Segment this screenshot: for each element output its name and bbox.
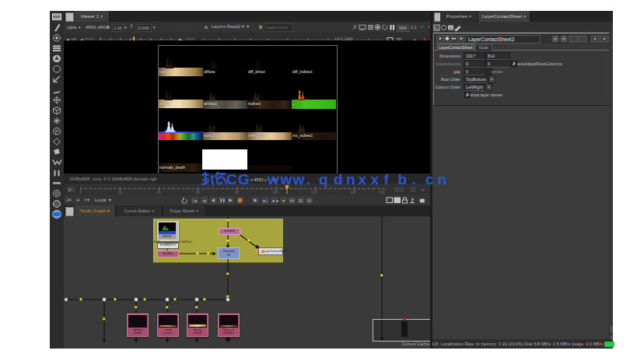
svg-text:0: 0 <box>80 191 82 195</box>
svg-text:IN: IN <box>435 26 439 30</box>
svg-text:63: 63 <box>420 198 425 203</box>
svg-text:160: 160 <box>379 191 385 195</box>
svg-text:64: 64 <box>290 198 295 203</box>
svg-text:►►: ►► <box>272 198 280 203</box>
svg-text:140: 140 <box>350 191 356 195</box>
svg-text:120: 120 <box>311 191 317 195</box>
svg-text:100: 100 <box>272 191 278 195</box>
svg-text:40: 40 <box>157 191 162 195</box>
svg-text:16: 16 <box>307 198 312 203</box>
svg-text:60: 60 <box>196 191 201 195</box>
svg-text:P: P <box>55 129 59 135</box>
svg-text:20: 20 <box>118 191 123 195</box>
svg-text:32: 32 <box>299 198 303 203</box>
svg-text:80: 80 <box>235 191 240 195</box>
svg-text:►|: ►| <box>263 198 268 203</box>
svg-text:◄|: ◄| <box>202 198 207 203</box>
svg-text:▼: ▼ <box>282 198 285 203</box>
svg-text:▪: ▪ <box>422 188 423 192</box>
svg-text:|◄: |◄ <box>193 198 198 203</box>
